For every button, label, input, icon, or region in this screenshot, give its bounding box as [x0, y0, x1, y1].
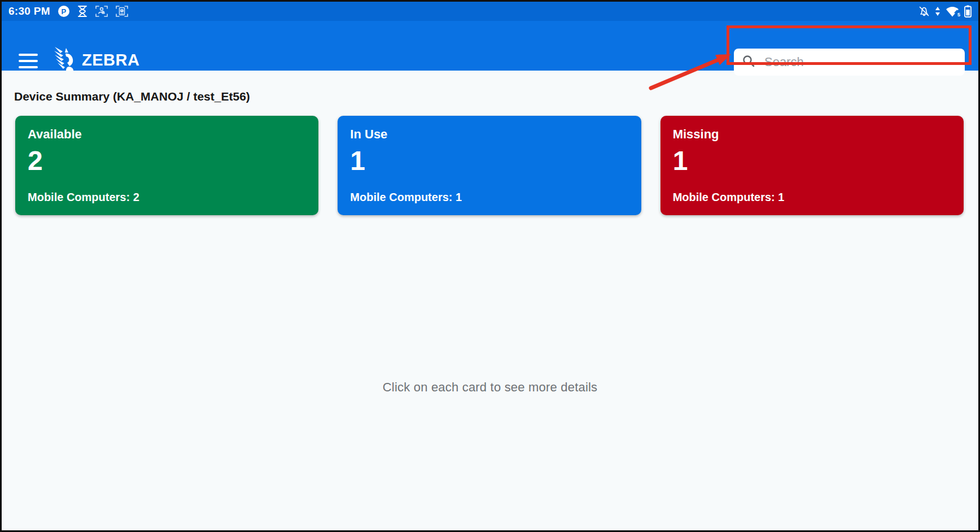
brand-logo: ZEBRA [54, 46, 139, 74]
status-bar-right: 5 [918, 5, 972, 18]
brand-name: ZEBRA [82, 51, 139, 69]
battery-icon [964, 5, 972, 18]
data-transfer-icon [935, 6, 940, 17]
card-title: Available [28, 127, 306, 142]
card-count: 2 [28, 147, 306, 175]
screen-share-capture-icon [95, 5, 108, 18]
wifi-generation-label: 5 [957, 12, 960, 18]
card-subtitle: Mobile Computers: 1 [350, 191, 628, 204]
wifi-icon: 5 [946, 6, 959, 17]
hint-text: Click on each card to see more details [2, 380, 978, 395]
status-bar: 6:30 PM P [2, 2, 978, 21]
card-available[interactable]: Available 2 Mobile Computers: 2 [15, 116, 318, 215]
app-bar: ZEBRA [2, 21, 978, 71]
search-icon [742, 54, 755, 70]
card-count: 1 [673, 147, 951, 175]
app-screen: 6:30 PM P [0, 0, 980, 532]
page-title: Device Summary (KA_MANOJ / test_Et56) [14, 90, 978, 103]
device-summary-cards: Available 2 Mobile Computers: 2 In Use 1… [15, 116, 964, 215]
device-capture-icon [116, 5, 128, 18]
search-input[interactable] [764, 55, 957, 69]
card-subtitle: Mobile Computers: 1 [673, 191, 951, 204]
main-content: Device Summary (KA_MANOJ / test_Et56) Av… [2, 71, 978, 530]
card-missing[interactable]: Missing 1 Mobile Computers: 1 [660, 116, 964, 215]
notifications-off-icon [918, 6, 930, 17]
card-in-use[interactable]: In Use 1 Mobile Computers: 1 [338, 116, 641, 215]
data-saver-icon: P [58, 6, 69, 17]
hourglass-icon [77, 6, 88, 17]
card-count: 1 [350, 147, 628, 175]
card-title: Missing [673, 127, 951, 142]
zebra-head-icon [54, 46, 77, 74]
clock-text: 6:30 PM [8, 5, 50, 18]
status-bar-left: 6:30 PM P [8, 5, 128, 18]
card-subtitle: Mobile Computers: 2 [28, 191, 306, 204]
menu-button[interactable] [19, 54, 38, 68]
card-title: In Use [350, 127, 628, 142]
